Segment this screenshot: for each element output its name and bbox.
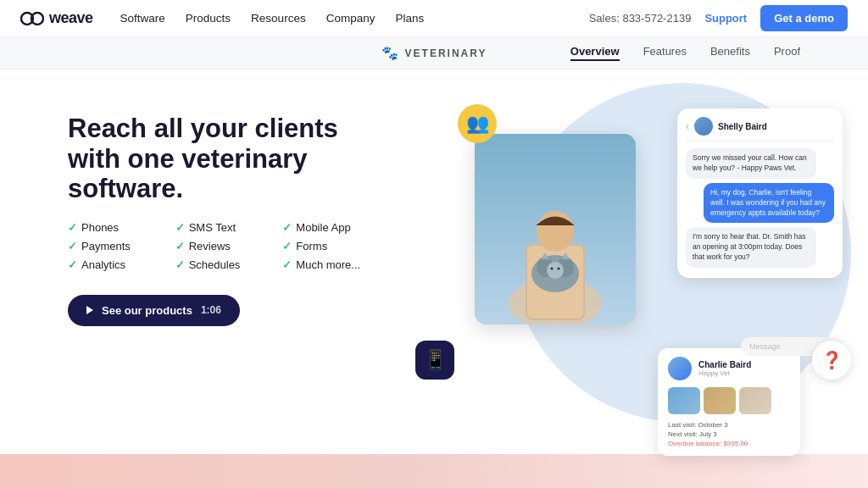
check-icon: ✓: [282, 221, 292, 234]
check-icon: ✓: [68, 258, 77, 271]
vet-photo-card: [475, 134, 636, 324]
feature-more: ✓ Much more...: [282, 258, 390, 271]
contact-photo-3: [739, 387, 771, 414]
nav-plans[interactable]: Plans: [395, 12, 424, 25]
hero-section: Reach all your clients with one veterina…: [0, 69, 868, 488]
chat-bubble-3: I'm sorry to hear that. Dr. Smith has an…: [686, 227, 816, 268]
check-icon: ✓: [175, 258, 185, 271]
group-icon-badge: 👥: [458, 104, 497, 143]
check-icon: ✓: [68, 240, 77, 252]
chat-card: ‹ Shelly Baird Sorry we missed your call…: [677, 108, 843, 278]
support-link[interactable]: Support: [704, 12, 747, 25]
feature-payments: ✓ Payments: [68, 240, 175, 252]
contact-sub: Happy Vet: [698, 369, 751, 377]
check-icon: ✓: [68, 221, 77, 234]
feature-sms: ✓ SMS Text: [175, 221, 283, 234]
tab-overview[interactable]: Overview: [570, 45, 620, 61]
features-grid: ✓ Phones ✓ SMS Text ✓ Mobile App ✓ Payme…: [68, 221, 390, 271]
contact-name: Charlie Baird: [698, 360, 751, 369]
nav-software[interactable]: Software: [120, 12, 165, 25]
get-demo-button[interactable]: Get a demo: [760, 5, 848, 31]
logo[interactable]: weave: [20, 9, 93, 27]
chat-header: ‹ Shelly Baird: [686, 117, 834, 141]
main-nav: weave Software Products Resources Compan…: [0, 0, 868, 37]
check-icon: ✓: [282, 258, 292, 271]
contact-photo-2: [704, 387, 736, 414]
nav-products[interactable]: Products: [186, 12, 231, 25]
contact-photos-row: [668, 387, 790, 414]
vet-icon: 🐾: [381, 45, 398, 61]
play-icon: [86, 306, 93, 314]
contact-avatar: [668, 357, 692, 380]
cta-time: 1:06: [201, 304, 221, 316]
next-visit: Next visit: July 3: [668, 430, 790, 438]
tab-features[interactable]: Features: [643, 45, 687, 61]
feature-analytics: ✓ Analytics: [68, 258, 175, 271]
sales-phone: Sales: 833-572-2139: [589, 12, 692, 25]
check-icon: ✓: [282, 240, 292, 252]
phone-icon-badge: 📱: [415, 341, 454, 380]
check-icon: ✓: [175, 221, 185, 234]
tab-proof[interactable]: Proof: [774, 45, 800, 61]
contact-card: Charlie Baird Happy Vet Last visit: Octo…: [658, 348, 800, 456]
feature-phones: ✓ Phones: [68, 221, 175, 234]
subnav-tabs: Overview Features Benefits Proof: [570, 45, 800, 61]
hero-left: Reach all your clients with one veterina…: [68, 100, 390, 326]
hero-right: 👥: [390, 100, 868, 488]
last-visit: Last visit: October 3: [668, 421, 790, 429]
chat-user-name: Shelly Baird: [718, 122, 767, 131]
logo-text: weave: [49, 9, 93, 27]
overdue-balance: Overdue balance: $335.00: [668, 440, 790, 447]
tab-benefits[interactable]: Benefits: [710, 45, 750, 61]
nav-links: Software Products Resources Company Plan…: [120, 12, 589, 25]
hero-headline: Reach all your clients with one veterina…: [68, 114, 373, 204]
question-icon-badge: ❓: [812, 341, 851, 380]
chat-back-icon: ‹: [686, 120, 689, 132]
feature-schedules: ✓ Schedules: [175, 258, 283, 271]
subnav-title-text: VETERINARY: [405, 47, 487, 59]
subnav-title: 🐾 VETERINARY: [381, 45, 487, 61]
see-products-button[interactable]: See our products 1:06: [68, 295, 240, 326]
nav-resources[interactable]: Resources: [251, 12, 306, 25]
contact-photo-1: [668, 387, 700, 414]
nav-company[interactable]: Company: [326, 12, 376, 25]
feature-reviews: ✓ Reviews: [175, 240, 283, 252]
check-icon: ✓: [175, 240, 185, 252]
svg-point-14: [558, 268, 560, 270]
chat-avatar: [694, 117, 713, 136]
footer-wave: [0, 454, 868, 488]
svg-point-12: [547, 262, 564, 279]
contact-header: Charlie Baird Happy Vet: [668, 357, 790, 380]
svg-point-13: [551, 268, 554, 270]
subnav: 🐾 VETERINARY Overview Features Benefits …: [0, 37, 868, 69]
weave-logo-icon: [20, 11, 44, 26]
cta-label: See our products: [102, 304, 192, 317]
nav-right: Sales: 833-572-2139 Support Get a demo: [589, 5, 848, 31]
chat-bubble-2: Hi, my dog, Charlie, isn't feeling well.…: [704, 183, 834, 224]
feature-forms: ✓ Forms: [282, 240, 390, 252]
feature-mobile: ✓ Mobile App: [282, 221, 390, 234]
chat-bubble-1: Sorry we missed your call. How can we he…: [686, 148, 816, 179]
